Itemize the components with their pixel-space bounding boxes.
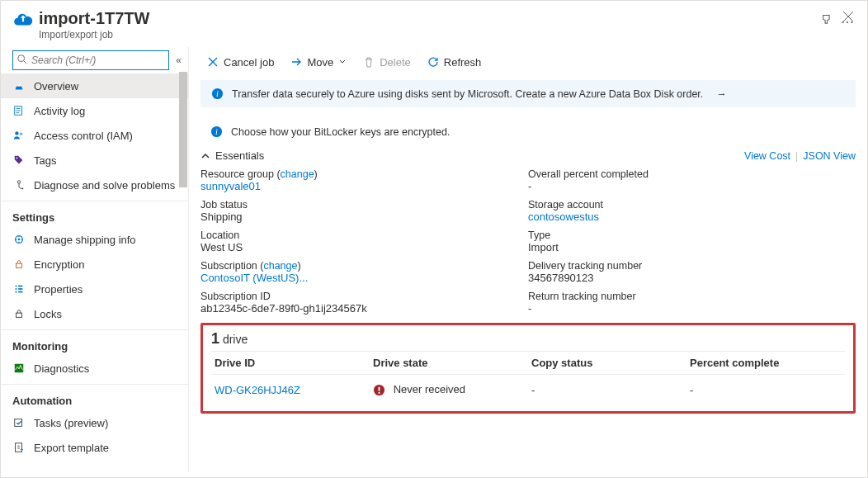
refresh-icon xyxy=(427,56,439,68)
locks-icon xyxy=(12,307,26,320)
shipping-icon xyxy=(12,233,26,246)
view-cost-link[interactable]: View Cost xyxy=(744,150,790,162)
sidebar-item-label: Manage shipping info xyxy=(34,234,136,246)
svg-rect-14 xyxy=(17,263,22,267)
svg-text:i: i xyxy=(216,89,219,98)
field-label: Return tracking number xyxy=(528,291,856,302)
cancel-icon xyxy=(207,56,219,68)
delete-button: Delete xyxy=(356,50,417,73)
sidebar-item-access-control[interactable]: Access control (IAM) xyxy=(1,123,188,148)
sidebar-item-label: Activity log xyxy=(34,105,85,117)
sidebar-item-locks[interactable]: Locks xyxy=(1,301,188,326)
field-value: Shipping xyxy=(200,211,528,223)
cancel-job-button[interactable]: Cancel job xyxy=(200,50,281,73)
sidebar-item-label: Tasks (preview) xyxy=(34,417,108,429)
page-title: import-1T7TW xyxy=(39,9,813,28)
sidebar-item-overview[interactable]: Overview xyxy=(1,73,188,98)
svg-rect-21 xyxy=(17,313,22,317)
svg-rect-23 xyxy=(15,419,22,427)
chevron-down-icon xyxy=(338,58,347,66)
toolbar: Cancel job Move Delete Refresh xyxy=(189,47,867,77)
essentials-left-column: Resource group (change) sunnyvale01 Job … xyxy=(200,168,528,315)
info-icon: i xyxy=(211,88,224,100)
main-content: Cancel job Move Delete Refresh i Transfe… xyxy=(189,47,867,472)
tasks-icon xyxy=(12,416,26,429)
access-control-icon xyxy=(12,129,26,142)
sidebar-item-label: Overview xyxy=(34,80,78,92)
svg-rect-24 xyxy=(16,443,22,452)
sidebar-item-label: Encryption xyxy=(34,258,84,271)
field-label: Resource group (change) xyxy=(200,168,528,180)
sidebar-item-label: Properties xyxy=(34,283,83,296)
sidebar-item-properties[interactable]: Properties xyxy=(1,277,188,301)
svg-point-9 xyxy=(17,158,18,159)
move-icon xyxy=(290,56,302,68)
scrollbar-thumb[interactable] xyxy=(179,72,187,187)
pin-icon[interactable] xyxy=(821,14,833,26)
sidebar-item-encryption[interactable]: Encryption xyxy=(1,252,188,277)
sidebar-item-export-template[interactable]: Export template xyxy=(1,435,188,460)
change-link[interactable]: change xyxy=(263,260,297,272)
svg-point-0 xyxy=(18,55,25,62)
field-value: 34567890123 xyxy=(528,272,856,284)
sidebar-item-label: Access control (IAM) xyxy=(34,130,133,142)
refresh-button[interactable]: Refresh xyxy=(421,50,488,73)
search-box[interactable] xyxy=(12,50,169,70)
info-banner[interactable]: i Transfer data securely to Azure using … xyxy=(200,80,856,107)
sidebar-item-diagnose[interactable]: Diagnose and solve problems xyxy=(1,173,188,197)
encryption-banner[interactable]: i Choose how your BitLocker keys are enc… xyxy=(200,119,856,144)
diagnose-icon xyxy=(12,178,26,192)
sidebar-item-diagnostics[interactable]: Diagnostics xyxy=(1,356,188,381)
percent-complete: - xyxy=(686,375,845,397)
subscription-link[interactable]: ContosoIT (WestUS)... xyxy=(200,272,528,284)
resource-group-link[interactable]: sunnyvale01 xyxy=(200,180,528,192)
search-input[interactable] xyxy=(13,51,168,69)
sidebar-nav: Overview Activity log Access control (IA… xyxy=(1,73,188,472)
sidebar-item-label: Export template xyxy=(34,442,109,454)
tags-icon xyxy=(12,154,26,167)
change-link[interactable]: change xyxy=(281,168,314,180)
field-value: - xyxy=(528,302,856,315)
svg-point-10 xyxy=(17,181,21,184)
field-value: West US xyxy=(200,241,528,253)
svg-point-7 xyxy=(15,131,18,135)
close-icon[interactable] xyxy=(842,11,854,22)
essentials-right-column: Overall percent completed - Storage acco… xyxy=(528,168,856,315)
storage-account-link[interactable]: contosowestus xyxy=(528,211,856,223)
sidebar-group-automation: Automation xyxy=(1,388,188,410)
sidebar-collapse-icon[interactable]: « xyxy=(176,54,182,66)
sidebar-group-monitoring: Monitoring xyxy=(1,334,188,356)
essentials-label: Essentials xyxy=(215,149,264,162)
table-row[interactable]: WD-GK26HJJ46Z Never received - - xyxy=(211,375,845,397)
drive-table: Drive ID Drive state Copy status Percent… xyxy=(211,351,845,396)
delete-icon xyxy=(363,56,375,68)
json-view-link[interactable]: JSON View xyxy=(803,150,856,162)
col-drive-state[interactable]: Drive state xyxy=(370,352,528,375)
sidebar-item-label: Locks xyxy=(34,308,62,320)
sidebar-item-activity-log[interactable]: Activity log xyxy=(1,98,188,123)
svg-line-1 xyxy=(24,61,27,64)
move-button[interactable]: Move xyxy=(284,50,353,73)
col-percent-complete[interactable]: Percent complete xyxy=(686,352,845,375)
error-icon xyxy=(373,384,385,396)
page-subtitle: Import/export job xyxy=(39,29,813,40)
diagnostics-icon xyxy=(12,362,26,375)
drive-id-link[interactable]: WD-GK26HJJ46Z xyxy=(215,384,300,396)
svg-rect-30 xyxy=(379,387,380,391)
field-value: Import xyxy=(528,241,856,253)
encryption-icon xyxy=(12,258,26,271)
sidebar-item-tags[interactable]: Tags xyxy=(1,148,188,173)
sidebar: « Overview Activity log Access control (… xyxy=(1,47,189,472)
sidebar-item-shipping[interactable]: Manage shipping info xyxy=(1,227,188,252)
field-label: Overall percent completed xyxy=(528,168,856,180)
col-drive-id[interactable]: Drive ID xyxy=(211,352,370,375)
essentials-toggle[interactable]: Essentials xyxy=(200,149,264,162)
col-copy-status[interactable]: Copy status xyxy=(528,352,686,375)
drive-state: Never received xyxy=(394,383,465,395)
search-icon xyxy=(17,54,28,65)
sidebar-item-label: Tags xyxy=(34,154,56,167)
sidebar-item-tasks[interactable]: Tasks (preview) xyxy=(1,410,188,435)
field-label: Location xyxy=(200,230,528,241)
overview-icon xyxy=(12,79,26,92)
svg-point-13 xyxy=(18,239,21,241)
